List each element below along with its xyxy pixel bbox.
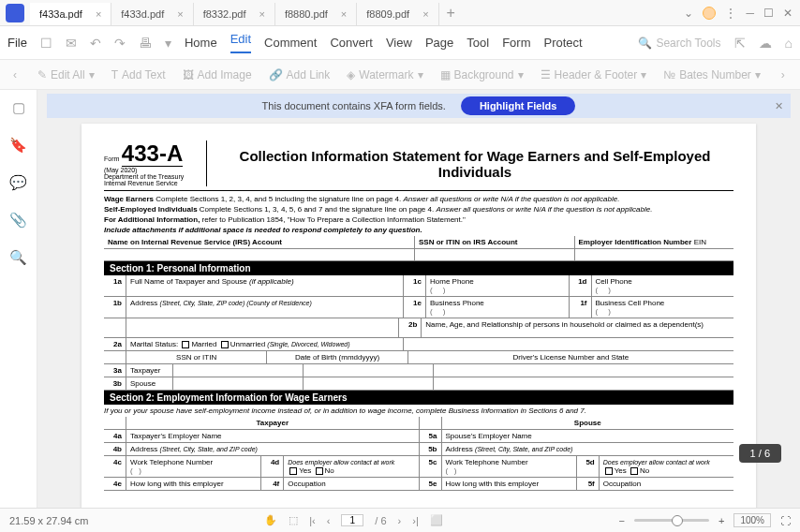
attach-note: Include attachments if additional space … [104,226,422,234]
tab-f8809[interactable]: f8809.pdf× [357,3,438,25]
close-icon[interactable]: × [177,8,183,20]
menu-page[interactable]: Page [425,36,453,50]
app-icon [6,4,24,22]
page-indicator-badge: 1 / 6 [739,444,781,463]
menu-tool[interactable]: Tool [467,36,489,50]
statusbar: 21.59 x 27.94 cm ✋ ⬚ |‹ ‹ / 6 › ›| ⬜ − +… [0,508,800,532]
fit-page-icon[interactable]: ⬜ [430,514,443,526]
search-panel-icon[interactable]: 🔍 [9,249,27,266]
self-label: Self-Employed Individuals [104,205,198,214]
form-number: 433-A [122,140,183,167]
menu-form[interactable]: Form [502,36,530,50]
page-total: / 6 [375,515,386,526]
highlight-fields-button[interactable]: Highlight Fields [461,96,576,115]
background-button[interactable]: ▦ Background ▾ [440,68,524,81]
hdr-name: Name on Internal Revenue Service (IRS) A… [108,238,282,246]
bookmark-icon[interactable]: 🔖 [9,137,27,154]
add-image-button[interactable]: 🖼 Add Image [183,68,252,81]
hand-tool-icon[interactable]: ✋ [264,514,277,526]
edit-toolbar: ‹ ✎ Edit All ▾ T Add Text 🖼 Add Image 🔗 … [0,60,800,90]
last-page-icon[interactable]: ›| [412,515,419,526]
search-tools[interactable]: 🔍Search Tools [638,37,720,50]
document-canvas[interactable]: This document contains XFA form fields. … [37,90,800,508]
zoom-out-icon[interactable]: − [619,515,625,526]
close-icon[interactable]: × [341,8,347,20]
profile-icon[interactable] [703,7,716,20]
banner-close-icon[interactable]: ✕ [775,100,783,112]
r2b: Name, Age, and Relationship of persons i… [422,318,733,337]
add-link-button[interactable]: 🔗 Add Link [269,68,331,81]
next-page-icon[interactable]: › [398,515,402,526]
hdr-ssn: SSN or ITIN on IRS Account [419,238,517,246]
share-icon[interactable]: ⇱ [734,36,746,51]
page-dimensions: 21.59 x 27.94 cm [9,515,88,526]
minimize-icon[interactable]: ─ [746,7,754,20]
watermark-button[interactable]: ◈ Watermark ▾ [347,68,422,81]
zoom-slider[interactable] [634,519,709,522]
undo-icon[interactable]: ↶ [90,36,101,51]
tab-label: f433a.pdf [39,8,82,20]
chevron-down-icon[interactable]: ⌄ [684,7,693,20]
close-icon[interactable]: × [96,8,101,20]
search-icon: 🔍 [638,37,652,50]
section2-header: Section 2: Employment Information for Wa… [104,391,733,405]
banner-text: This document contains XFA form fields. [262,100,446,111]
print-icon[interactable]: 🖶 [139,36,152,51]
section1-header: Section 1: Personal Information [104,261,733,275]
window-controls: ⌄ ⋮ ─ ☐ ✕ [676,7,800,20]
thumbnails-icon[interactable]: ▢ [12,99,25,116]
menubar: File ☐ ✉ ↶ ↷ 🖶 ▾ Home Edit Comment Conve… [0,26,800,60]
tab-f433a[interactable]: f433a.pdf× [30,3,111,25]
tab-label: f433d.pdf [121,8,164,20]
workarea: ▢ 🔖 💬 📎 🔍 ▶ ◀ This document contains XFA… [0,90,800,508]
tab-strip: f433a.pdf× f433d.pdf× f8332.pdf× f8880.p… [30,0,676,25]
save-icon[interactable]: ☐ [40,36,52,51]
addl-label: For Additional Information, [104,215,200,224]
comment-icon[interactable]: 💬 [9,174,27,191]
prev-page-icon[interactable]: ‹ [327,515,331,526]
menu-view[interactable]: View [386,36,412,50]
close-icon[interactable]: × [422,8,428,20]
dropdown-icon[interactable]: ▾ [165,36,171,51]
file-menu[interactable]: File [7,36,27,50]
page-nav: ✋ ⬚ |‹ ‹ / 6 › ›| ⬜ [264,514,443,526]
kebab-icon[interactable]: ⋮ [725,7,736,20]
tab-label: f8880.pdf [285,8,328,20]
tab-f433d[interactable]: f433d.pdf× [111,3,193,25]
attachment-icon[interactable]: 📎 [9,212,27,229]
scroll-right-icon[interactable]: › [778,68,789,81]
add-tab-button[interactable]: + [439,1,463,25]
zoom-level[interactable]: 100% [733,513,771,527]
titlebar: f433a.pdf× f433d.pdf× f8332.pdf× f8880.p… [0,0,800,26]
scroll-left-icon[interactable]: ‹ [9,68,21,81]
menu-protect[interactable]: Protect [543,36,582,50]
close-icon[interactable]: × [259,8,265,20]
close-window-icon[interactable]: ✕ [783,7,793,20]
form-revision: (May 2020) [104,167,199,173]
header-footer-button[interactable]: ☰ Header & Footer ▾ [541,68,647,81]
edit-all-button[interactable]: ✎ Edit All ▾ [37,68,95,81]
home-icon[interactable]: ⌂ [785,36,793,51]
fullscreen-icon[interactable]: ⛶ [780,515,791,526]
pdf-page: Form 433-A (May 2020) Department of the … [81,124,756,508]
wage-label: Wage Earners [104,195,154,203]
maximize-icon[interactable]: ☐ [763,7,774,20]
redo-icon[interactable]: ↷ [114,36,126,51]
add-text-button[interactable]: T Add Text [111,68,166,81]
tab-f8332[interactable]: f8332.pdf× [194,3,275,25]
sec2-sub: If you or your spouse have self-employme… [104,406,586,415]
menu-home[interactable]: Home [185,36,217,50]
xfa-banner: This document contains XFA form fields. … [47,94,791,118]
mail-icon[interactable]: ✉ [66,36,77,51]
first-page-icon[interactable]: |‹ [309,515,316,526]
select-tool-icon[interactable]: ⬚ [289,514,298,526]
left-sidebar: ▢ 🔖 💬 📎 🔍 [0,90,37,508]
zoom-in-icon[interactable]: + [719,515,724,526]
cloud-icon[interactable]: ☁ [759,36,772,51]
tab-f8880[interactable]: f8880.pdf× [275,3,357,25]
menu-comment[interactable]: Comment [264,36,317,50]
menu-convert[interactable]: Convert [330,36,373,50]
page-number-input[interactable] [341,514,363,526]
menu-edit[interactable]: Edit [230,32,251,53]
bates-number-button[interactable]: № Bates Number ▾ [663,68,761,81]
